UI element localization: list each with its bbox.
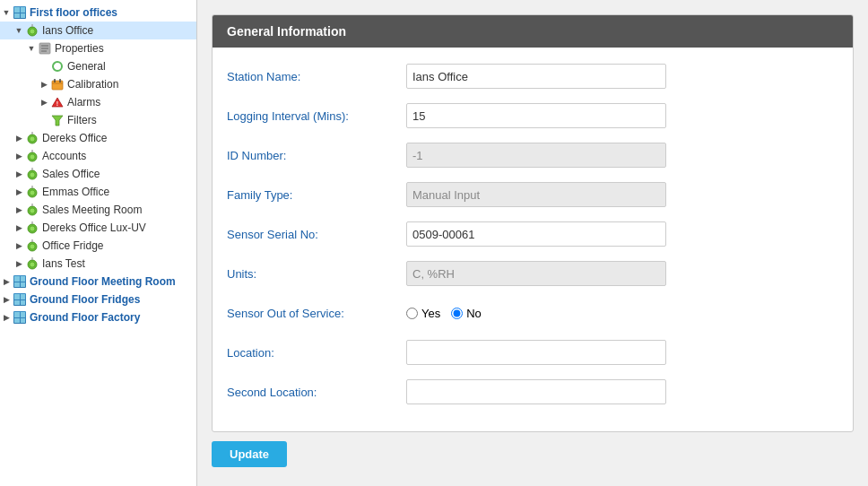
sidebar-item-alarms[interactable]: ▶ ! Alarms — [0, 93, 196, 111]
sensor-icon — [25, 185, 39, 199]
tree-label: Ground Floor Meeting Room — [30, 275, 176, 288]
svg-point-34 — [30, 244, 35, 249]
tree-label: First floor offices — [30, 6, 117, 19]
panel-header: General Information — [213, 15, 853, 48]
sensor-icon — [25, 149, 39, 163]
form-label-location: Location: — [227, 346, 406, 360]
tree-expander[interactable]: ▶ — [0, 277, 13, 286]
sidebar-item-ground-floor-fridges[interactable]: ▶Ground Floor Fridges — [0, 291, 196, 308]
tree-expander[interactable]: ▶ — [38, 98, 50, 107]
tree-expander[interactable]: ▶ — [13, 169, 25, 178]
radio-option-yes[interactable]: Yes — [406, 307, 440, 320]
tree-expander[interactable]: ▶ — [13, 259, 25, 268]
radio-option-no[interactable]: No — [451, 307, 482, 320]
tree-label: Ians Office — [42, 24, 93, 37]
tree-expander[interactable]: ▶ — [13, 223, 25, 232]
input-units — [406, 261, 666, 286]
filter-icon — [50, 113, 65, 127]
sidebar: ▼First floor offices▼ Ians Office▼ Prope… — [0, 0, 197, 486]
form-label-out-of-service: Sensor Out of Service: — [227, 307, 406, 320]
form-label-id-number: ID Number: — [227, 149, 406, 162]
form-label-units: Units: — [227, 267, 406, 281]
sensor-icon — [25, 23, 39, 38]
svg-rect-8 — [52, 81, 63, 90]
svg-point-28 — [30, 208, 35, 213]
sidebar-item-ians-test[interactable]: ▶ Ians Test — [0, 255, 196, 273]
sidebar-item-sales-meeting-room[interactable]: ▶ Sales Meeting Room — [0, 201, 196, 219]
tree-expander[interactable]: ▼ — [0, 8, 13, 17]
sidebar-item-general[interactable]: General — [0, 57, 196, 75]
input-logging-interval[interactable] — [406, 103, 666, 128]
tree-expander[interactable]: ▶ — [13, 187, 25, 196]
main-content: General Information Station Name:Logging… — [197, 0, 868, 486]
tree-expander[interactable]: ▶ — [0, 295, 13, 304]
svg-marker-14 — [52, 116, 63, 126]
tree-expander[interactable]: ▶ — [0, 313, 13, 322]
form-row-sensor-serial: Sensor Serial No: — [227, 220, 838, 248]
input-id-number — [406, 143, 666, 168]
tree-expander[interactable]: ▶ — [13, 134, 25, 143]
sensor-icon — [25, 131, 39, 145]
sidebar-item-filters[interactable]: Filters — [0, 111, 196, 129]
input-family-type — [406, 182, 666, 207]
sidebar-item-ground-floor-factory[interactable]: ▶Ground Floor Factory — [0, 308, 196, 326]
tree-label: General — [67, 60, 106, 73]
svg-text:!: ! — [56, 100, 58, 107]
svg-point-25 — [30, 190, 35, 195]
radio-input-yes[interactable] — [406, 308, 418, 319]
form-row-location: Location: — [227, 338, 838, 367]
form-row-family-type: Family Type: — [227, 180, 838, 209]
tree-label: Properties — [55, 42, 104, 55]
tree-label: Ians Test — [42, 257, 85, 270]
tree-expander[interactable]: ▼ — [13, 26, 25, 35]
svg-point-1 — [30, 29, 35, 34]
svg-point-37 — [30, 262, 35, 267]
update-button[interactable]: Update — [212, 441, 287, 467]
tree-expander[interactable]: ▼ — [25, 44, 38, 53]
input-station-name[interactable] — [406, 64, 666, 89]
grid-folder-icon — [13, 5, 27, 20]
tree-expander[interactable]: ▶ — [13, 152, 25, 161]
sidebar-item-emmas-office[interactable]: ▶ Emmas Office — [0, 183, 196, 201]
form-label-family-type: Family Type: — [227, 188, 406, 202]
tree-expander[interactable]: ▶ — [13, 205, 25, 214]
sensor-icon — [25, 203, 39, 217]
calibration-icon — [50, 77, 65, 91]
grid-folder-icon — [13, 274, 27, 289]
form-row-units: Units: — [227, 259, 838, 288]
input-location[interactable] — [406, 340, 666, 365]
tree-expander[interactable]: ▶ — [38, 80, 50, 89]
input-sensor-serial[interactable] — [406, 221, 666, 247]
sidebar-item-calibration[interactable]: ▶ Calibration — [0, 75, 196, 93]
svg-point-7 — [53, 62, 62, 71]
sidebar-item-accounts[interactable]: ▶ Accounts — [0, 147, 196, 165]
sidebar-item-office-fridge[interactable]: ▶ Office Fridge — [0, 237, 196, 255]
tree-label: Sales Office — [42, 168, 100, 180]
sidebar-item-first-floor[interactable]: ▼First floor offices — [0, 4, 196, 22]
sidebar-item-dereks-office[interactable]: ▶ Dereks Office — [0, 129, 196, 147]
radio-group-out-of-service: YesNo — [406, 307, 482, 320]
tree-expander[interactable]: ▶ — [13, 241, 25, 250]
sensor-icon — [25, 221, 39, 235]
svg-point-31 — [30, 226, 35, 231]
input-second-location[interactable] — [406, 379, 666, 404]
svg-point-22 — [30, 172, 35, 178]
grid-folder-icon — [13, 310, 27, 325]
sidebar-item-sales-office[interactable]: ▶ Sales Office — [0, 165, 196, 183]
sidebar-item-ground-floor-meeting[interactable]: ▶Ground Floor Meeting Room — [0, 273, 196, 291]
form-row-second-location: Second Location: — [227, 378, 838, 406]
svg-point-16 — [30, 136, 35, 142]
tree-label: Ground Floor Factory — [30, 311, 140, 324]
sidebar-item-properties[interactable]: ▼ Properties — [0, 39, 196, 57]
sidebar-item-dereks-office-lux[interactable]: ▶ Dereks Office Lux-UV — [0, 219, 196, 237]
sidebar-item-ians-office[interactable]: ▼ Ians Office — [0, 22, 196, 39]
tree-label: Emmas Office — [42, 186, 109, 198]
grid-folder-icon — [13, 292, 27, 307]
general-icon — [50, 59, 65, 74]
form-row-id-number: ID Number: — [227, 141, 838, 169]
sensor-icon — [25, 256, 39, 271]
form-label-station-name: Station Name: — [227, 70, 406, 83]
radio-input-no[interactable] — [451, 308, 463, 319]
form-label-second-location: Second Location: — [227, 386, 406, 399]
alarm-icon: ! — [50, 95, 65, 109]
